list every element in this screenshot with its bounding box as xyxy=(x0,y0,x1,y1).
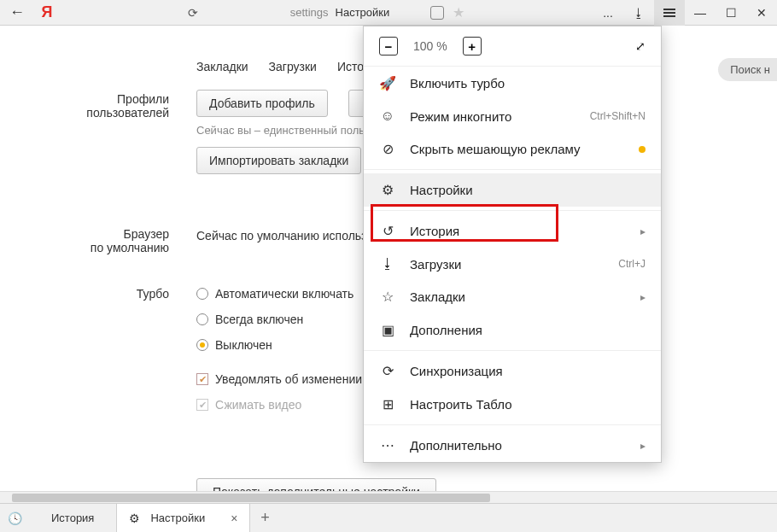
menu-more[interactable]: ⋯Дополнительно▸ xyxy=(364,429,661,462)
search-settings-button[interactable]: Поиск н xyxy=(718,58,777,81)
zoom-out-button[interactable]: − xyxy=(379,37,398,56)
close-window-button[interactable]: ✕ xyxy=(746,0,777,26)
turbo-always-radio[interactable]: Всегда включен xyxy=(196,313,362,326)
protect-icon[interactable] xyxy=(430,6,444,20)
tab-history[interactable]: История xyxy=(29,512,116,524)
addons-icon: ▣ xyxy=(379,322,396,338)
section-label-default-browser: Браузерпо умолчанию xyxy=(51,227,169,254)
fullscreen-icon[interactable]: ⤢ xyxy=(635,39,646,53)
tablo-icon: ⊞ xyxy=(379,396,396,412)
turbo-compress-video-checkbox: Сжимать видео xyxy=(196,398,362,412)
menu-incognito[interactable]: ☺Режим инкогнитоCtrl+Shift+N xyxy=(364,100,661,132)
section-label-profiles: Профилипользователей xyxy=(51,92,169,120)
yandex-logo[interactable]: Я xyxy=(34,3,60,21)
turbo-off-radio[interactable]: Выключен xyxy=(196,338,362,352)
menu-bookmarks[interactable]: ☆Закладки▸ xyxy=(364,280,661,313)
menu-sync[interactable]: ⟳Синхронизация xyxy=(364,354,661,388)
section-label-turbo: Турбо xyxy=(51,287,169,301)
menu-turbo[interactable]: 🚀Включить турбо xyxy=(364,67,661,100)
menu-adblock[interactable]: ⊘Скрыть мешающую рекламу xyxy=(364,132,661,166)
clock-icon: ↺ xyxy=(379,223,396,239)
address-bar[interactable]: ⟳ settings Настройки ★ xyxy=(60,4,593,20)
menu-downloads[interactable]: ⭳ЗагрузкиCtrl+J xyxy=(364,248,661,280)
menu-addons[interactable]: ▣Дополнения xyxy=(364,313,661,347)
horizontal-scrollbar[interactable] xyxy=(0,491,777,503)
page-title: Настройки xyxy=(336,6,390,19)
zoom-level: 100 % xyxy=(413,39,447,53)
add-profile-button[interactable]: Добавить профиль xyxy=(196,90,328,117)
mask-icon: ☺ xyxy=(379,108,396,124)
menu-history[interactable]: ↺История▸ xyxy=(364,214,661,248)
new-tab-button[interactable]: + xyxy=(250,509,280,527)
maximize-button[interactable]: ☐ xyxy=(716,0,746,26)
tab-settings[interactable]: ⚙ Настройки × xyxy=(116,504,250,532)
main-menu: − 100 % + ⤢ 🚀Включить турбо ☺Режим инког… xyxy=(363,26,662,463)
sliders-icon: ⚙ xyxy=(379,182,396,198)
star-icon: ☆ xyxy=(379,289,396,305)
zoom-in-button[interactable]: + xyxy=(463,37,482,56)
sync-icon: ⟳ xyxy=(379,363,396,379)
bookmark-star-icon[interactable]: ★ xyxy=(453,4,464,20)
download-icon: ⭳ xyxy=(379,256,396,272)
dots-icon: ⋯ xyxy=(379,437,396,453)
back-button[interactable]: ← xyxy=(0,3,34,21)
menu-settings[interactable]: ⚙Настройки xyxy=(364,173,661,207)
menu-button[interactable] xyxy=(654,0,685,26)
turbo-notify-checkbox[interactable]: Уведомлять об изменении xyxy=(196,372,362,386)
turbo-auto-radio[interactable]: Автоматически включать xyxy=(196,287,362,301)
more-actions-button[interactable]: ... xyxy=(593,0,623,26)
settings-nav: Закладки Загрузки История xyxy=(196,60,383,73)
history-icon[interactable]: 🕓 xyxy=(0,512,29,525)
close-tab-button[interactable]: × xyxy=(231,512,237,525)
minimize-button[interactable]: — xyxy=(685,0,716,26)
status-dot-icon xyxy=(639,146,646,153)
rocket-icon: 🚀 xyxy=(379,75,396,91)
gear-icon: ⚙ xyxy=(129,512,140,525)
downloads-icon[interactable]: ⭳ xyxy=(623,0,654,26)
import-bookmarks-button[interactable]: Импортировать закладки xyxy=(196,147,361,174)
block-icon: ⊘ xyxy=(379,141,396,157)
url-path: settings xyxy=(290,6,329,19)
nav-downloads[interactable]: Загрузки xyxy=(269,60,317,73)
reload-icon[interactable]: ⟳ xyxy=(188,6,198,20)
menu-tablo[interactable]: ⊞Настроить Табло xyxy=(364,388,661,421)
nav-bookmarks[interactable]: Закладки xyxy=(196,60,248,73)
